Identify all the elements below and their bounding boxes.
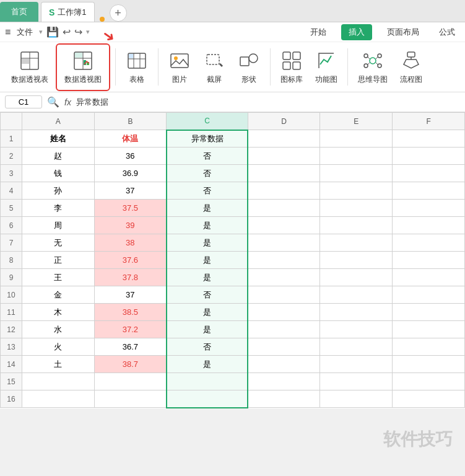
cell-c-1[interactable]: 异常数据 — [167, 130, 248, 148]
cell-b-16[interactable] — [94, 390, 167, 408]
flow-button[interactable]: 流程图 — [395, 47, 427, 87]
cell-e-1[interactable] — [320, 130, 393, 148]
cell-a-8[interactable]: 正 — [22, 252, 95, 269]
cell-f-3[interactable] — [393, 165, 465, 182]
cell-b-5[interactable]: 37.5 — [94, 200, 167, 217]
icon-lib-button[interactable]: 图标库 — [276, 47, 308, 87]
tab-start[interactable]: 开始 — [305, 24, 331, 40]
cell-b-6[interactable]: 39 — [94, 217, 167, 234]
cell-b-4[interactable]: 37 — [94, 182, 167, 200]
tab-insert[interactable]: 插入 — [341, 24, 372, 40]
cell-c-14[interactable]: 是 — [167, 356, 248, 373]
zoom-icon[interactable]: 🔍 — [47, 96, 59, 108]
cell-f-1[interactable] — [393, 130, 465, 148]
cell-a-3[interactable]: 钱 — [22, 165, 95, 182]
shape-button[interactable]: 形状 — [233, 47, 265, 87]
cell-d-5[interactable] — [248, 200, 320, 217]
cell-b-1[interactable]: 体温 — [94, 130, 167, 148]
cell-e-2[interactable] — [320, 148, 393, 165]
cell-e-4[interactable] — [320, 182, 393, 200]
cell-e-8[interactable] — [320, 252, 393, 269]
cell-f-16[interactable] — [393, 390, 465, 408]
col-header-c[interactable]: C — [167, 113, 248, 130]
redo-icon[interactable]: ↪ — [74, 26, 82, 38]
cell-e-10[interactable] — [320, 286, 393, 304]
table-button[interactable]: 表格 — [121, 47, 153, 87]
col-header-d[interactable]: D — [248, 113, 320, 130]
cell-a-7[interactable]: 无 — [22, 234, 95, 252]
cell-b-11[interactable]: 38.5 — [94, 304, 167, 321]
cell-f-14[interactable] — [393, 356, 465, 373]
cell-c-6[interactable]: 是 — [167, 217, 248, 234]
save-icon[interactable]: 💾 — [46, 26, 59, 38]
cell-c-15[interactable] — [167, 373, 248, 390]
cell-a-12[interactable]: 水 — [22, 321, 95, 338]
cell-d-9[interactable] — [248, 269, 320, 286]
cell-d-2[interactable] — [248, 148, 320, 165]
formula-content[interactable]: 异常数据 — [76, 97, 460, 108]
cell-b-10[interactable]: 37 — [94, 286, 167, 304]
cell-b-3[interactable]: 36.9 — [94, 165, 167, 182]
cell-d-14[interactable] — [248, 356, 320, 373]
cell-a-13[interactable]: 火 — [22, 338, 95, 356]
cell-f-10[interactable] — [393, 286, 465, 304]
history-dropdown[interactable]: ▾ — [86, 28, 90, 36]
cell-f-15[interactable] — [393, 373, 465, 390]
menu-icon[interactable]: ≡ — [5, 27, 11, 38]
cell-e-6[interactable] — [320, 217, 393, 234]
cell-d-13[interactable] — [248, 338, 320, 356]
cell-f-13[interactable] — [393, 338, 465, 356]
cell-a-2[interactable]: 赵 — [22, 148, 95, 165]
cell-f-11[interactable] — [393, 304, 465, 321]
cell-b-13[interactable]: 36.7 — [94, 338, 167, 356]
cell-a-5[interactable]: 李 — [22, 200, 95, 217]
cell-a-4[interactable]: 孙 — [22, 182, 95, 200]
tab-formula[interactable]: 公式 — [434, 24, 460, 40]
cell-b-7[interactable]: 38 — [94, 234, 167, 252]
pivot-table-button[interactable]: 数据透视表 — [6, 47, 53, 87]
tab-home[interactable]: 首页 — [0, 2, 38, 22]
cell-c-3[interactable]: 否 — [167, 165, 248, 182]
cell-f-12[interactable] — [393, 321, 465, 338]
file-menu[interactable]: 文件 — [14, 25, 35, 39]
cell-e-5[interactable] — [320, 200, 393, 217]
cell-f-9[interactable] — [393, 269, 465, 286]
cell-d-8[interactable] — [248, 252, 320, 269]
add-sheet-button[interactable]: + — [110, 4, 127, 22]
cell-f-8[interactable] — [393, 252, 465, 269]
cell-e-11[interactable] — [320, 304, 393, 321]
cell-c-9[interactable]: 是 — [167, 269, 248, 286]
cell-a-10[interactable]: 金 — [22, 286, 95, 304]
cell-d-16[interactable] — [248, 390, 320, 408]
undo-icon[interactable]: ↩ — [63, 26, 71, 38]
cell-c-10[interactable]: 否 — [167, 286, 248, 304]
cell-e-12[interactable] — [320, 321, 393, 338]
cell-b-15[interactable] — [94, 373, 167, 390]
cell-f-4[interactable] — [393, 182, 465, 200]
file-dropdown[interactable]: ▾ — [39, 28, 43, 36]
cell-a-15[interactable] — [22, 373, 95, 390]
cell-d-11[interactable] — [248, 304, 320, 321]
cell-b-8[interactable]: 37.6 — [94, 252, 167, 269]
cell-e-7[interactable] — [320, 234, 393, 252]
cell-f-7[interactable] — [393, 234, 465, 252]
cell-c-8[interactable]: 是 — [167, 252, 248, 269]
cell-e-16[interactable] — [320, 390, 393, 408]
cell-a-6[interactable]: 周 — [22, 217, 95, 234]
function-chart-button[interactable]: 功能图 — [310, 47, 342, 87]
cell-c-5[interactable]: 是 — [167, 200, 248, 217]
cell-c-16[interactable] — [167, 390, 248, 408]
cell-c-11[interactable]: 是 — [167, 304, 248, 321]
cell-a-14[interactable]: 土 — [22, 356, 95, 373]
col-header-a[interactable]: A — [22, 113, 95, 130]
cell-e-9[interactable] — [320, 269, 393, 286]
cell-c-2[interactable]: 否 — [167, 148, 248, 165]
cell-c-12[interactable]: 是 — [167, 321, 248, 338]
cell-d-15[interactable] — [248, 373, 320, 390]
cell-e-13[interactable] — [320, 338, 393, 356]
cell-b-2[interactable]: 36 — [94, 148, 167, 165]
cell-a-9[interactable]: 王 — [22, 269, 95, 286]
cell-f-5[interactable] — [393, 200, 465, 217]
cell-d-6[interactable] — [248, 217, 320, 234]
cell-c-4[interactable]: 否 — [167, 182, 248, 200]
